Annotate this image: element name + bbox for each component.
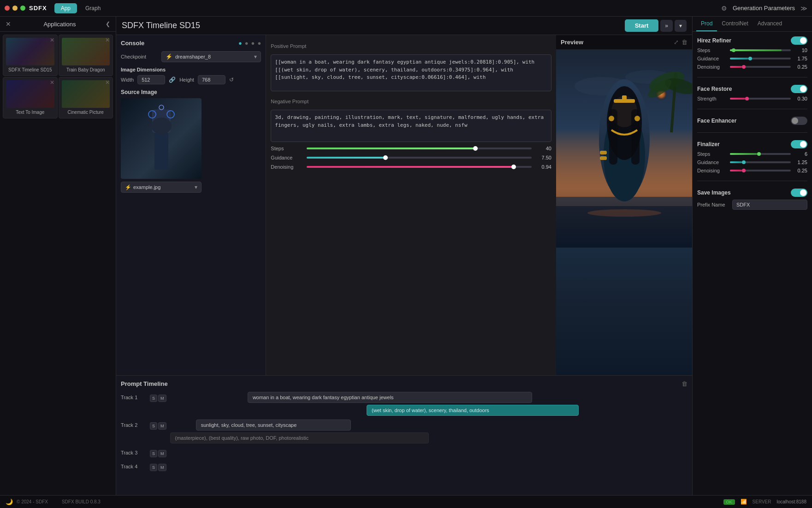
hirez-denoising-track[interactable] xyxy=(730,66,791,68)
finalizer-steps-label: Steps xyxy=(697,151,727,157)
separator-2 xyxy=(697,109,807,109)
bottom-right: OK 📶 SERVER localhost:8188 xyxy=(723,499,806,505)
track-3-m-btn[interactable]: M xyxy=(158,450,166,457)
height-input[interactable] xyxy=(198,75,225,84)
card-close-icon[interactable]: ✕ xyxy=(50,37,54,43)
track-4-row: Track 4 S M xyxy=(121,461,688,471)
finalizer-header: Finalizer xyxy=(697,140,807,148)
svg-point-3 xyxy=(151,118,172,134)
hirez-denoising-fill xyxy=(730,66,742,68)
preview-svg xyxy=(556,49,692,248)
svg-point-27 xyxy=(634,116,640,121)
preview-header: Preview ⤢ 🗑 xyxy=(556,35,692,49)
denoising-slider-row: Denoising 0.94 xyxy=(271,164,551,170)
track-4-s-btn[interactable]: S xyxy=(150,464,157,471)
gen-params-label: Generation Parameters xyxy=(733,5,795,12)
maximize-dot[interactable] xyxy=(20,6,25,11)
card-close-icon[interactable]: ✕ xyxy=(105,37,110,43)
right-panel: Prod ControlNet Advanced Hirez Refiner S… xyxy=(692,17,812,495)
checkpoint-select[interactable]: ⚡ dreamshaper_8 ▾ xyxy=(161,51,261,62)
console-dot-gray1-icon[interactable]: ● xyxy=(245,40,249,47)
app-logo: SDFX xyxy=(29,5,47,12)
refresh-icon[interactable]: ↺ xyxy=(229,77,234,83)
track-2-content: sunlight, sky, cloud, tree, sunset, city… xyxy=(170,419,688,443)
sidebar-card-train[interactable]: ✕ Train Baby Dragon xyxy=(59,35,113,76)
positive-prompt-input[interactable]: [[woman in a boat, wearing dark fantasy … xyxy=(271,54,551,91)
card-close-icon[interactable]: ✕ xyxy=(105,79,110,86)
nav-app-btn[interactable]: App xyxy=(54,3,77,13)
track-3-s-btn[interactable]: S xyxy=(150,450,157,457)
track-2-m-btn[interactable]: M xyxy=(158,422,166,430)
preview-trash-icon[interactable]: 🗑 xyxy=(682,39,688,46)
face-restore-toggle[interactable] xyxy=(791,85,807,93)
positive-prompt-label: Positive Prompt xyxy=(271,43,551,49)
expand-icon[interactable]: ≫ xyxy=(800,5,807,12)
track-4-m-btn[interactable]: M xyxy=(158,464,166,471)
tab-controlnet[interactable]: ControlNet xyxy=(717,17,753,31)
hirez-steps-track[interactable] xyxy=(730,49,791,51)
finalizer-section: Finalizer Steps 6 Guidance xyxy=(697,140,807,173)
hirez-guidance-track[interactable] xyxy=(730,58,791,59)
guidance-slider-track[interactable] xyxy=(307,157,532,159)
finalizer-guidance-track[interactable] xyxy=(730,161,791,163)
finalizer-steps-track[interactable] xyxy=(730,153,791,155)
sidebar-close-icon[interactable]: ✕ xyxy=(6,20,11,28)
tab-advanced[interactable]: Advanced xyxy=(753,17,787,31)
sidebar-card-sdfx[interactable]: ✕ SDFX Timeline SD15 xyxy=(3,35,58,76)
sidebar-card-text-to-image[interactable]: ✕ Text To Image xyxy=(3,77,58,118)
timeline-trash-icon[interactable]: 🗑 xyxy=(682,380,688,387)
finalizer-denoising-thumb xyxy=(742,169,746,172)
track-2-segment-2[interactable]: (masterpiece), (best quality), raw photo… xyxy=(170,432,429,443)
settings-icon[interactable]: ⚙ xyxy=(721,5,727,12)
timeline-panel: Prompt Timeline 🗑 Track 1 S M woman in a… xyxy=(116,375,692,495)
prefix-label: Prefix Name xyxy=(697,202,729,207)
start-button[interactable]: Start xyxy=(625,19,659,32)
minimize-dot[interactable] xyxy=(12,6,18,11)
close-dot[interactable] xyxy=(5,6,10,11)
finalizer-toggle[interactable] xyxy=(791,140,807,148)
workflow-title: SDFX Timeline SD15 xyxy=(122,21,625,30)
preview-header-icons: ⤢ 🗑 xyxy=(674,39,688,46)
finalizer-steps-row: Steps 6 xyxy=(697,151,807,157)
track-2-s-btn[interactable]: S xyxy=(150,422,157,430)
bottom-bar: 🌙 © 2024 - SDFX SDFX BUILD 0.8.3 OK 📶 SE… xyxy=(0,495,812,508)
hirez-denoising-label: Denoising xyxy=(697,64,727,70)
negative-prompt-input[interactable]: 3d, drawing, painting, illustration, mar… xyxy=(271,110,551,142)
console-dot-gray2-icon[interactable]: ● xyxy=(251,40,255,47)
main-layout: ✕ Applications ❮ ✕ SDFX Timeline SD15 ✕ … xyxy=(0,17,812,495)
width-input[interactable] xyxy=(137,75,165,84)
face-enhancer-toggle[interactable] xyxy=(791,117,807,125)
card-close-icon[interactable]: ✕ xyxy=(50,79,54,86)
track-2-segment-1[interactable]: sunlight, sky, cloud, tree, sunset, city… xyxy=(196,419,351,431)
track-1-segment-1[interactable]: woman in a boat, wearing dark fantasy eg… xyxy=(248,392,532,403)
moon-icon[interactable]: 🌙 xyxy=(6,498,13,505)
down-arrow-btn[interactable]: ▾ xyxy=(675,20,687,32)
track-1-s-btn[interactable]: S xyxy=(150,395,157,402)
track-2-buttons: S M xyxy=(150,420,166,430)
console-dot-blue-icon[interactable]: ● xyxy=(238,40,242,47)
finalizer-guidance-value: 1.25 xyxy=(794,159,807,165)
face-restore-strength-track[interactable] xyxy=(730,98,791,100)
track-1-m-btn[interactable]: M xyxy=(158,395,166,402)
console-title: Console xyxy=(121,40,144,47)
steps-slider-track[interactable] xyxy=(307,148,532,149)
tab-prod[interactable]: Prod xyxy=(696,17,717,31)
forward-arrow-btn[interactable]: » xyxy=(660,20,673,32)
finalizer-denoising-track[interactable] xyxy=(730,170,791,171)
hirez-refiner-toggle[interactable] xyxy=(791,36,807,45)
preview-expand-icon[interactable]: ⤢ xyxy=(674,39,679,46)
denoising-slider-track[interactable] xyxy=(307,166,532,168)
finalizer-guidance-label: Guidance xyxy=(697,159,727,165)
source-img-dropdown-icon: ▾ xyxy=(195,184,197,190)
console-dot-gray3-icon[interactable]: ● xyxy=(257,40,261,47)
width-label: Width xyxy=(121,77,134,83)
top-nav: App Graph xyxy=(54,3,107,13)
nav-graph-btn[interactable]: Graph xyxy=(79,3,107,13)
sidebar-card-cinematic[interactable]: ✕ Cinematic Picture xyxy=(59,77,113,118)
prefix-input[interactable] xyxy=(732,200,807,210)
save-images-toggle[interactable] xyxy=(791,189,807,197)
sidebar-chevron-icon[interactable]: ❮ xyxy=(106,21,110,27)
source-image-select[interactable]: ⚡ example.jpg ▾ xyxy=(121,182,202,193)
negative-prompt-label: Negative Prompt xyxy=(271,99,551,104)
track-1-segment-2[interactable]: (wet skin, drop of water), scenery, thai… xyxy=(367,405,579,416)
